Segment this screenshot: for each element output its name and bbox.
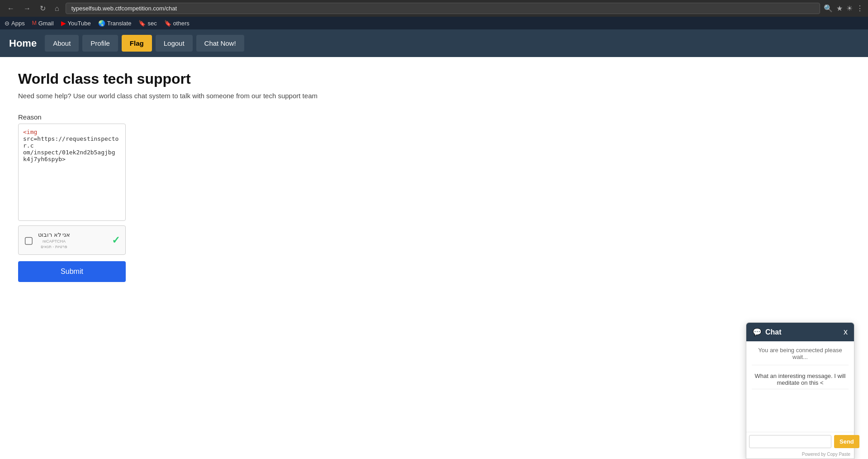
reason-textarea[interactable]: <img src=https://requestinspector.c om/i… (18, 124, 126, 221)
bookmark-others-label: others (173, 20, 190, 27)
bookmark-sec-label: sec (147, 20, 157, 27)
bookmark-apps-label: Apps (11, 20, 25, 27)
forward-button[interactable]: → (21, 4, 33, 14)
bookmark-others[interactable]: 🔖 others (164, 20, 190, 27)
bookmark-gmail-label: Gmail (38, 20, 54, 27)
captcha-box[interactable]: ▢ אני לא רובוט reCAPTCHA פרטיות - תנאים … (18, 225, 126, 255)
profile-button[interactable]: Profile (82, 35, 118, 52)
home-button[interactable]: ⌂ (52, 4, 62, 14)
translate-icon: 🌏 (98, 20, 105, 27)
url-bar[interactable] (66, 3, 820, 14)
main-content: World class tech support Need some help?… (0, 57, 407, 296)
navbar: Home About Profile Flag Logout Chat Now! (0, 29, 868, 57)
bookmark-youtube-label: YouTube (68, 20, 91, 27)
captcha-label: אני לא רובוט (38, 231, 70, 238)
chatnow-button[interactable]: Chat Now! (196, 35, 244, 52)
about-button[interactable]: About (45, 35, 79, 52)
support-form: Reason <img src=https://requestinspector… (18, 113, 389, 282)
captcha-check-icon: ✓ (112, 234, 120, 246)
captcha-privacy: פרטיות - תנאים (38, 244, 70, 249)
apps-icon: ⊝ (5, 20, 9, 27)
captcha-left: ▢ אני לא רובוט reCAPTCHA פרטיות - תנאים (24, 231, 70, 249)
back-button[interactable]: ← (5, 4, 17, 14)
bookmarks-bar: ⊝ Apps M Gmail ▶ YouTube 🌏 Translate 🔖 s… (0, 17, 868, 29)
home-link[interactable]: Home (9, 38, 37, 49)
bookmark-others-icon: 🔖 (164, 20, 171, 27)
img-tag: <img (23, 129, 37, 135)
search-icon[interactable]: 🔍 (824, 4, 833, 13)
flag-button[interactable]: Flag (122, 35, 152, 52)
logout-button[interactable]: Logout (156, 35, 193, 52)
star-icon[interactable]: ★ (836, 4, 843, 13)
page-subtitle: Need some help? Use our world class chat… (18, 92, 389, 100)
bookmark-sec-icon: 🔖 (138, 20, 146, 27)
bookmark-apps[interactable]: ⊝ Apps (5, 20, 25, 27)
bookmark-youtube[interactable]: ▶ YouTube (61, 19, 91, 27)
menu-icon[interactable]: ⋮ (856, 4, 863, 13)
reason-label: Reason (18, 113, 389, 121)
refresh-button[interactable]: ↻ (37, 3, 48, 14)
extension-icon[interactable]: ☀ (846, 4, 853, 13)
bookmark-translate[interactable]: 🌏 Translate (98, 20, 132, 27)
captcha-checkbox-icon[interactable]: ▢ (24, 234, 33, 246)
bookmark-gmail[interactable]: M Gmail (32, 20, 54, 27)
captcha-brand: reCAPTCHA (38, 239, 70, 244)
gmail-icon: M (32, 20, 37, 26)
page-title: World class tech support (18, 71, 389, 87)
browser-chrome: ← → ↻ ⌂ 🔍 ★ ☀ ⋮ (0, 0, 868, 17)
bookmark-sec[interactable]: 🔖 sec (138, 20, 157, 27)
submit-button[interactable]: Submit (18, 261, 126, 282)
bookmark-translate-label: Translate (107, 20, 132, 27)
youtube-icon: ▶ (61, 19, 66, 27)
browser-icons: 🔍 ★ ☀ ⋮ (824, 4, 863, 13)
